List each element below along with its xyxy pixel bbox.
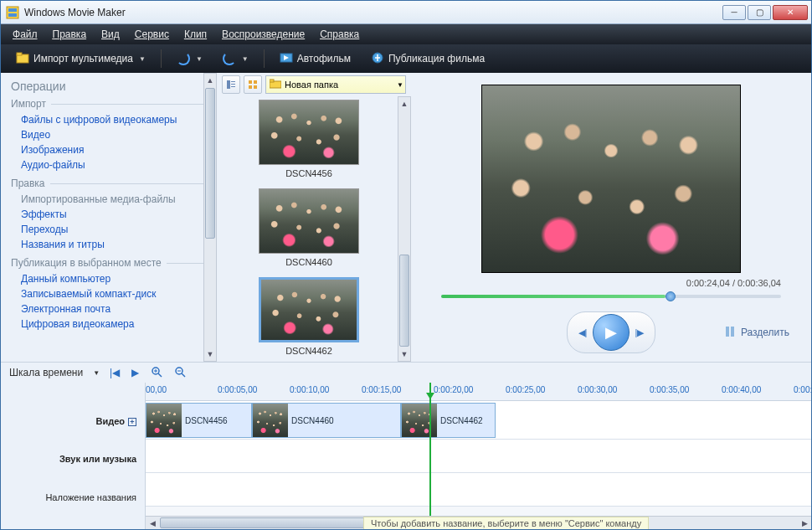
clip-label: DSCN4456 (185, 416, 228, 425)
menu-clip[interactable]: Клип (184, 28, 207, 40)
collection-item[interactable]: DSCN4456 (224, 100, 394, 178)
view-thumbs-button[interactable] (244, 75, 262, 94)
tasks-scrollbar[interactable]: ▲ ▼ (203, 73, 217, 362)
import-label: Импорт мультимедиа (33, 53, 133, 64)
timeline-mode-label[interactable]: Шкала времени (9, 367, 83, 378)
import-media-button[interactable]: Импорт мультимедиа ▼ (11, 49, 151, 69)
maximize-button[interactable]: ▢ (748, 5, 771, 20)
chevron-down-icon: ▼ (139, 55, 146, 63)
zoom-out-button[interactable] (172, 366, 188, 380)
zoom-in-button[interactable] (149, 366, 164, 380)
prev-frame-button[interactable]: ◀| (573, 322, 593, 342)
menu-play[interactable]: Воспроизведение (222, 28, 305, 40)
minimize-button[interactable]: ─ (722, 5, 746, 20)
seek-knob[interactable] (666, 291, 676, 301)
collection-item[interactable]: DSCN4460 (224, 188, 394, 267)
task-link[interactable]: Переходы (11, 222, 208, 237)
scroll-left-icon[interactable]: ◀ (146, 517, 159, 529)
task-link[interactable]: Названия и титры (11, 237, 208, 252)
chevron-down-icon: ▼ (196, 55, 203, 63)
collection-scrollbar[interactable]: ▲ ▼ (398, 96, 411, 362)
task-link[interactable]: Электронная почта (11, 301, 208, 316)
timeline-clip[interactable]: DSCN4462 (401, 403, 496, 438)
task-link[interactable]: Файлы с цифровой видеокамеры (11, 112, 208, 127)
status-hint: Чтобы добавить название, выберите в меню… (363, 517, 649, 529)
scroll-up-icon[interactable]: ▲ (204, 74, 216, 87)
title-track[interactable] (146, 473, 811, 507)
task-link[interactable]: Данный компьютер (11, 271, 208, 286)
rewind-start-button[interactable]: |◀ (108, 367, 121, 378)
seek-bar[interactable] (441, 295, 781, 298)
import-icon (16, 51, 29, 67)
time-current: 0:00:24,04 (686, 278, 730, 288)
scroll-thumb[interactable] (399, 255, 409, 347)
titlebar: Windows Movie Maker ─ ▢ ✕ (1, 1, 811, 24)
expand-icon[interactable]: + (128, 418, 136, 426)
folder-select[interactable]: Новая папка ▼ (265, 75, 406, 94)
task-group-header: Правка (11, 178, 208, 189)
collection-item[interactable]: DSCN4462 (224, 277, 394, 356)
automovie-icon (280, 51, 293, 67)
automovie-button[interactable]: Автофильм (275, 49, 356, 69)
scroll-up-icon[interactable]: ▲ (398, 97, 410, 111)
publish-button[interactable]: Публикация фильма (366, 49, 490, 69)
clip-thumbnail (402, 404, 437, 437)
view-details-button[interactable] (222, 75, 240, 94)
menu-help[interactable]: Справка (320, 28, 359, 40)
preview-frame (481, 85, 741, 273)
task-link[interactable]: Эффекты (11, 207, 208, 222)
ruler-tick: 0:00:25,00 (506, 385, 545, 394)
timeline-ruler[interactable]: 00,000:00:05,000:00:10,000:00:15,000:00:… (146, 383, 811, 401)
task-link[interactable]: Аудио-файлы (11, 157, 208, 172)
chevron-down-icon[interactable]: ▼ (93, 369, 100, 377)
svg-rect-14 (254, 85, 257, 89)
svg-rect-2 (8, 13, 17, 17)
play-button[interactable]: ▶ (593, 314, 630, 351)
clip-label: DSCN4462 (440, 416, 483, 425)
time-total: 0:00:36,04 (737, 278, 781, 288)
clip-label: DSCN4462 (224, 346, 394, 356)
timeline-clip[interactable]: DSCN4460 (252, 403, 401, 438)
menu-view[interactable]: Вид (101, 28, 120, 40)
video-track[interactable]: DSCN4456DSCN4460DSCN4462 (146, 401, 811, 440)
scroll-down-icon[interactable]: ▼ (204, 347, 216, 361)
scroll-thumb[interactable] (160, 517, 378, 528)
clip-label: DSCN4460 (291, 416, 334, 425)
playhead[interactable] (429, 383, 431, 529)
next-frame-button[interactable]: |▶ (630, 322, 650, 342)
redo-button[interactable]: ▼ (218, 49, 254, 68)
task-link[interactable]: Видео (11, 127, 208, 142)
collection-panel: Новая папка ▼ DSCN4456DSCN4460DSCN4462 ▲… (217, 73, 411, 362)
scroll-thumb[interactable] (205, 88, 215, 239)
timeline: Шкала времени ▼ |◀ ▶ Видео + Звук или му… (1, 362, 811, 529)
audio-track[interactable] (146, 440, 811, 473)
menu-file[interactable]: Файл (13, 28, 38, 40)
task-link[interactable]: Записываемый компакт-диск (11, 286, 208, 301)
window-title: Windows Movie Maker (24, 7, 722, 18)
svg-rect-4 (17, 53, 22, 55)
split-button[interactable]: Разделить (724, 326, 789, 340)
track-label-video: Видео + (1, 383, 145, 440)
scroll-right-icon[interactable]: ▶ (798, 517, 811, 529)
ruler-tick: 0:00:10,00 (290, 385, 329, 394)
ruler-tick: 0:00:40,00 (722, 385, 761, 394)
track-label-title: Наложение названия (1, 478, 145, 517)
timeline-clip[interactable]: DSCN4456 (146, 403, 252, 438)
tasks-panel: Операции ИмпортФайлы с цифровой видеокам… (1, 73, 217, 362)
undo-button[interactable]: ▼ (172, 49, 208, 68)
task-link[interactable]: Изображения (11, 142, 208, 157)
clip-thumbnail (259, 188, 359, 254)
undo-icon (177, 52, 190, 65)
svg-rect-16 (270, 80, 274, 82)
menu-tools[interactable]: Сервис (135, 28, 169, 40)
task-link[interactable]: Цифровая видеокамера (11, 316, 208, 332)
menubar: Файл Правка Вид Сервис Клип Воспроизведе… (1, 24, 811, 44)
close-button[interactable]: ✕ (773, 5, 808, 20)
play-controls: ◀| ▶ |▶ Разделить (424, 311, 798, 353)
menu-edit[interactable]: Правка (53, 28, 87, 40)
svg-rect-10 (231, 86, 235, 87)
svg-rect-7 (227, 80, 230, 89)
play-timeline-button[interactable]: ▶ (130, 367, 141, 378)
scroll-down-icon[interactable]: ▼ (398, 347, 410, 361)
preview-panel: 0:00:24,04 / 0:00:36,04 ◀| ▶ |▶ Разделит… (411, 73, 811, 362)
